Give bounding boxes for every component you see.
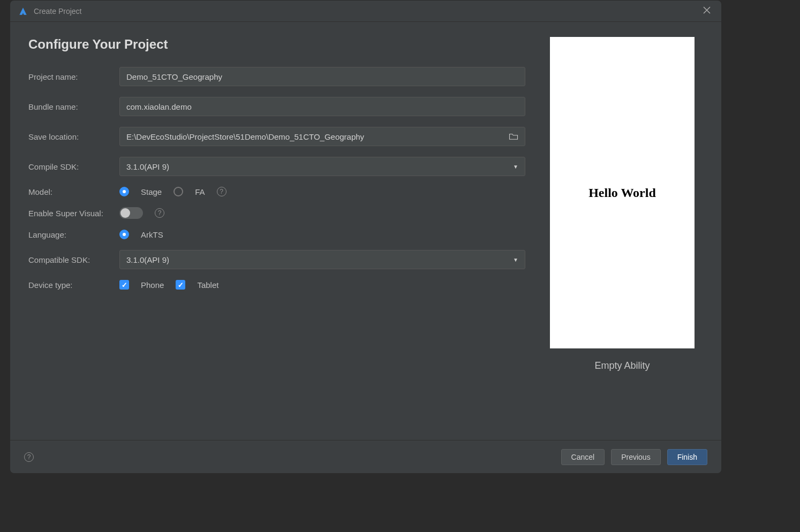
- label-compatible-sdk: Compatible SDK:: [28, 255, 119, 264]
- language-radio-group: ArkTS: [119, 230, 163, 239]
- dialog-title: Create Project: [34, 7, 81, 16]
- finish-button[interactable]: Finish: [667, 449, 707, 465]
- device-checkbox-label: Phone: [141, 280, 164, 290]
- device-checkbox-phone[interactable]: ✓: [119, 280, 129, 290]
- dialog-titlebar: Create Project: [10, 1, 721, 22]
- compile-sdk-select[interactable]: 3.1.0(API 9) ▼: [119, 157, 525, 176]
- label-save-location: Save location:: [28, 132, 119, 141]
- deveco-logo-icon: [18, 6, 28, 17]
- device-checkbox-label: Tablet: [197, 280, 218, 290]
- cancel-button[interactable]: Cancel: [561, 449, 605, 465]
- browse-folder-icon[interactable]: [509, 133, 518, 140]
- chevron-down-icon: ▼: [513, 257, 518, 263]
- label-compile-sdk: Compile SDK:: [28, 162, 119, 171]
- super-visual-toggle[interactable]: [119, 207, 143, 219]
- model-radio-label: Stage: [141, 187, 162, 196]
- preview-column: Hello World Empty Ability: [539, 37, 705, 435]
- label-project-name: Project name:: [28, 72, 119, 81]
- device-type-group: ✓ Phone ✓ Tablet: [119, 280, 218, 290]
- chevron-down-icon: ▼: [513, 164, 518, 170]
- close-icon[interactable]: [700, 4, 714, 18]
- model-radio-group: Stage FA ?: [119, 187, 227, 196]
- super-visual-row: ?: [119, 207, 164, 219]
- previous-button[interactable]: Previous: [611, 449, 660, 465]
- language-radio-label: ArkTS: [141, 230, 163, 239]
- label-language: Language:: [28, 230, 119, 239]
- label-super-visual: Enable Super Visual:: [28, 209, 119, 218]
- help-icon[interactable]: ?: [217, 187, 227, 196]
- device-checkbox-tablet[interactable]: ✓: [176, 280, 185, 290]
- dialog-body: Configure Your Project Project name: Dem…: [10, 22, 721, 440]
- help-icon[interactable]: ?: [155, 208, 164, 218]
- bundle-name-input[interactable]: com.xiaolan.demo: [119, 97, 525, 116]
- help-icon[interactable]: ?: [24, 452, 34, 462]
- create-project-dialog: Create Project Configure Your Project Pr…: [10, 0, 722, 474]
- preview-text: Hello World: [588, 186, 656, 200]
- dialog-footer: ? Cancel Previous Finish: [10, 440, 721, 473]
- label-model: Model:: [28, 187, 119, 196]
- model-radio-fa[interactable]: [173, 187, 183, 196]
- template-preview: Hello World: [550, 37, 695, 348]
- form-area: Configure Your Project Project name: Dem…: [28, 37, 529, 435]
- project-name-input[interactable]: Demo_51CTO_Geography: [119, 67, 525, 86]
- model-radio-label: FA: [195, 187, 205, 196]
- page-title: Configure Your Project: [28, 37, 529, 52]
- label-device-type: Device type:: [28, 280, 119, 290]
- save-location-input[interactable]: E:\DevEcoStudio\ProjectStore\51Demo\Demo…: [119, 127, 525, 146]
- preview-caption: Empty Ability: [594, 360, 650, 371]
- label-bundle-name: Bundle name:: [28, 102, 119, 111]
- compatible-sdk-select[interactable]: 3.1.0(API 9) ▼: [119, 250, 525, 269]
- model-radio-stage[interactable]: [119, 187, 129, 196]
- language-radio-arkts[interactable]: [119, 230, 129, 239]
